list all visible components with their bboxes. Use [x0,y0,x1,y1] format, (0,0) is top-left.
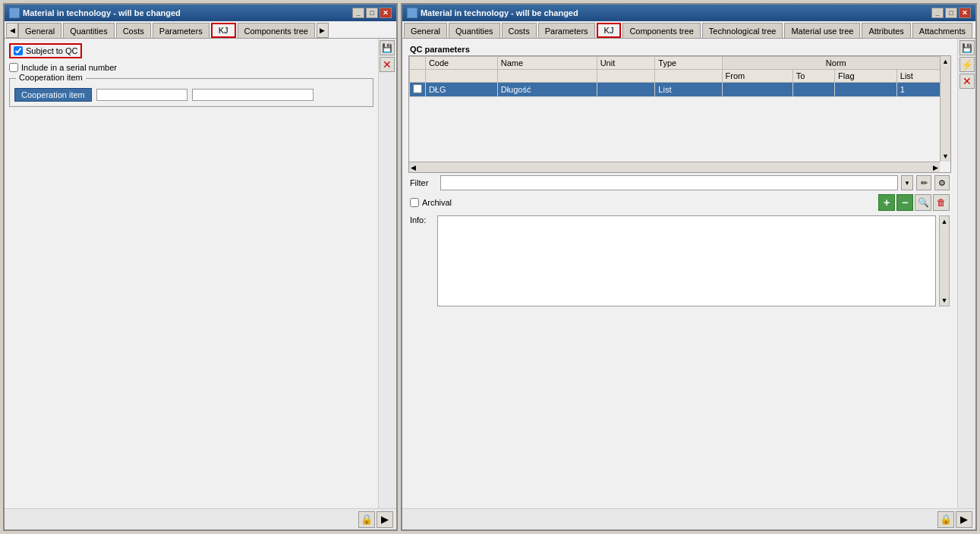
scroll-down-btn[interactable]: ▼ [941,151,950,162]
tab-general-right[interactable]: General [404,23,447,38]
delete-button[interactable]: 🗑 [933,194,950,211]
search-button[interactable]: 🔍 [915,194,931,211]
tab-kj-left[interactable]: KJ [211,23,236,38]
col-code-2 [425,70,497,83]
right-window-titlebar: Material in technology - will be changed… [402,5,975,21]
right-bottom-toolbar: 🔒 ▶ [402,508,975,529]
tab-costs-right[interactable]: Costs [502,23,537,38]
maximize-button[interactable]: □ [366,8,378,18]
lock-button-right[interactable]: 🔒 [937,511,954,528]
tab-material-use-tree-right[interactable]: Material use tree [784,23,860,38]
col-to: To [793,70,834,83]
tab-quantities-right[interactable]: Quantities [449,23,500,38]
tab-nav-left[interactable]: ◀ [6,23,18,38]
save-button-left[interactable]: 💾 [380,40,395,55]
filter-dropdown-btn[interactable]: ▼ [901,175,913,190]
right-window-icon [407,8,418,18]
close-button[interactable]: ✕ [380,8,392,18]
col-checkbox-2 [409,70,425,83]
qc-table: Code Name Unit Type Norm [409,56,950,97]
include-serial-checkbox[interactable] [9,63,18,72]
tab-parameters-left[interactable]: Parameters [153,23,210,38]
tab-attachments-right[interactable]: Attachments [912,23,972,38]
filter-input[interactable] [440,175,898,190]
arrow-button-right[interactable]: ▶ [956,511,972,528]
info-textarea[interactable] [437,215,936,306]
left-side-toolbar: 💾 ✕ [378,39,396,508]
right-side-toolbar: 💾 ⚡ ✕ [957,39,975,508]
left-bottom-toolbar: 🔒 ▶ [5,508,396,529]
right-maximize-button[interactable]: □ [945,8,957,18]
lightning-button[interactable]: ⚡ [960,57,975,72]
tab-costs-left[interactable]: Costs [116,23,151,38]
cell-from [722,83,793,97]
filter-label: Filter [410,178,437,187]
right-window: Material in technology - will be changed… [401,3,977,531]
tab-components-tree-left[interactable]: Components tree [238,23,315,38]
filter-settings-btn[interactable]: ⚙ [934,175,950,190]
right-window-title: Material in technology - will be changed [421,8,578,17]
tab-nav-right[interactable]: ▶ [317,23,329,38]
action-buttons: + − 🔍 🗑 [878,194,950,211]
archival-checkbox[interactable] [410,198,419,207]
tab-quantities-left[interactable]: Quantities [63,23,115,38]
col-checkbox [409,57,425,70]
qc-table-wrapper: Code Name Unit Type Norm [408,55,951,173]
tab-general-left[interactable]: General [18,23,61,38]
subject-to-qc-container: Subject to QC [9,43,82,58]
table-vscrollbar: ▲ ▼ [940,56,950,162]
col-unit: Unit [597,57,655,70]
info-scroll-down[interactable]: ▼ [941,297,948,304]
scroll-up-btn[interactable]: ▲ [941,56,950,67]
col-from: From [722,70,793,83]
tab-technological-tree-right[interactable]: Technological tree [702,23,783,38]
scroll-left-btn[interactable]: ◀ [411,164,416,171]
right-minimize-button[interactable]: _ [931,8,944,18]
cancel-button-left[interactable]: ✕ [380,57,395,72]
minimize-button[interactable]: _ [352,8,364,18]
cancel-button-right[interactable]: ✕ [960,74,975,89]
left-window-icon [9,8,20,18]
tab-kj-right[interactable]: KJ [597,23,622,38]
left-tab-bar: ◀ General Quantities Costs Parameters KJ… [5,21,396,39]
col-type: Type [655,57,722,70]
filter-edit-btn[interactable]: ✏ [916,175,931,190]
include-serial-label: Include in a serial number [21,63,117,72]
left-main-content: Subject to QC Include in a serial number… [5,39,378,508]
cell-type: List [655,83,722,97]
cooperation-input-2[interactable] [192,89,314,101]
left-window: Material in technology - will be changed… [3,3,398,531]
subject-to-qc-checkbox[interactable] [14,46,23,55]
cell-unit [597,83,655,97]
qc-params-label: QC parameters [405,42,954,55]
scroll-right-btn[interactable]: ▶ [933,164,938,171]
subject-to-qc-label: Subject to QC [26,46,77,55]
info-label: Info: [410,215,434,225]
cooperation-input-1[interactable] [96,89,187,101]
right-tab-bar: General Quantities Costs Parameters KJ C… [402,21,975,39]
info-scroll-up[interactable]: ▲ [941,218,948,225]
row-checkbox[interactable] [413,84,422,93]
cooperation-group: Cooperation item Cooperation item [9,78,373,107]
col-unit-2 [597,70,655,83]
col-norm: Norm [722,57,950,70]
right-window-body: QC parameters Code Name Unit Type Norm [402,39,975,508]
remove-record-button[interactable]: − [896,194,913,211]
cell-to [793,83,834,97]
table-row[interactable]: DŁG Długość List 1 [409,83,950,97]
arrow-button-left[interactable]: ▶ [377,511,393,528]
tab-components-tree-right[interactable]: Components tree [622,23,700,38]
tab-parameters-right[interactable]: Parameters [538,23,595,38]
subject-to-qc-row: Subject to QC [9,43,373,58]
save-button-right[interactable]: 💾 [960,40,975,55]
lock-button-left[interactable]: 🔒 [358,511,375,528]
archival-label: Archival [422,198,452,207]
qc-section: QC parameters Code Name Unit Type Norm [405,42,954,505]
add-record-button[interactable]: + [878,194,895,211]
left-window-title: Material in technology - will be changed [23,8,181,17]
tab-attributes-right[interactable]: Attributes [862,23,910,38]
right-close-button[interactable]: ✕ [959,8,971,18]
left-window-titlebar: Material in technology - will be changed… [5,5,396,21]
col-name: Name [497,57,597,70]
cooperation-item-button[interactable]: Cooperation item [14,88,92,102]
